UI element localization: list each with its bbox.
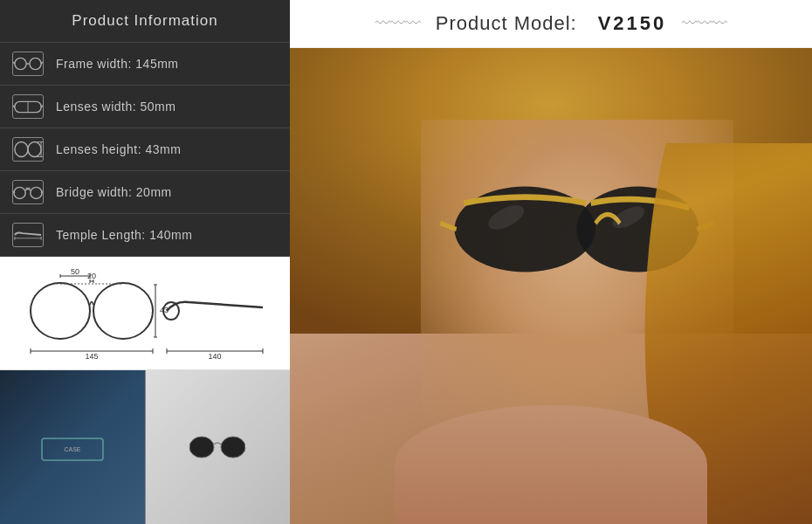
svg-text:145: 145: [85, 352, 98, 361]
svg-text:CASE: CASE: [64, 446, 80, 452]
thumbnail-product: [146, 370, 291, 524]
svg-point-10: [28, 142, 41, 157]
measurements-diagram: 20 50 43 145: [10, 261, 280, 366]
spec-list: Frame width: 145mm Lenses width: 50mm: [0, 43, 290, 257]
spec-item-lenses-width: Lenses width: 50mm: [0, 86, 290, 128]
svg-line-51: [184, 445, 189, 447]
svg-point-9: [15, 142, 28, 157]
thumbnail-case: CASE: [0, 370, 146, 524]
svg-text:50: 50: [71, 267, 79, 276]
glasses-lenses-width-icon: [12, 94, 44, 119]
frame-width-label: Frame width: 145mm: [56, 57, 179, 71]
svg-point-50: [221, 437, 245, 458]
svg-text:140: 140: [208, 352, 221, 361]
svg-point-23: [31, 283, 90, 339]
svg-point-15: [14, 187, 25, 198]
diagram-svg-container: 20 50 43 145: [0, 257, 290, 370]
temple-length-label: Temple Length: 140mm: [56, 228, 192, 242]
svg-line-52: [245, 445, 251, 447]
panel-title: Product Information: [0, 0, 290, 43]
deco-right: 〰〰〰: [682, 15, 726, 33]
spec-item-frame-width: Frame width: 145mm: [0, 43, 290, 86]
product-model-value: V2150: [598, 12, 667, 35]
glasses-lenses-height-icon: [12, 137, 44, 162]
spec-item-bridge-width: Bridge width: 20mm: [0, 171, 290, 214]
thumbnails: CASE: [0, 370, 290, 524]
right-panel: 〰〰〰 Product Model: V2150 〰〰〰: [290, 0, 812, 524]
glasses-bridge-icon: [12, 180, 44, 204]
glasses-temple-icon: [12, 223, 44, 247]
left-panel: Product Information Frame width: 145mm: [0, 0, 290, 524]
diagram-area: 20 50 43 145: [0, 257, 290, 524]
svg-point-49: [189, 437, 214, 458]
lenses-width-label: Lenses width: 50mm: [56, 100, 175, 114]
svg-point-16: [31, 187, 42, 198]
deco-left: 〰〰〰: [375, 15, 420, 33]
lenses-height-label: Lenses height: 43mm: [56, 142, 181, 156]
product-model-label: Product Model:: [436, 12, 577, 35]
svg-point-1: [30, 58, 41, 69]
product-image-area: [290, 48, 812, 524]
bridge-width-label: Bridge width: 20mm: [56, 185, 172, 199]
spec-item-lenses-height: Lenses height: 43mm: [0, 128, 290, 171]
svg-point-24: [93, 283, 153, 339]
product-header: 〰〰〰 Product Model: V2150 〰〰〰: [290, 0, 812, 48]
svg-point-0: [15, 58, 26, 69]
spec-item-temple-length: Temple Length: 140mm: [0, 214, 290, 257]
glasses-full-icon: [12, 52, 44, 76]
svg-line-55: [441, 223, 457, 229]
